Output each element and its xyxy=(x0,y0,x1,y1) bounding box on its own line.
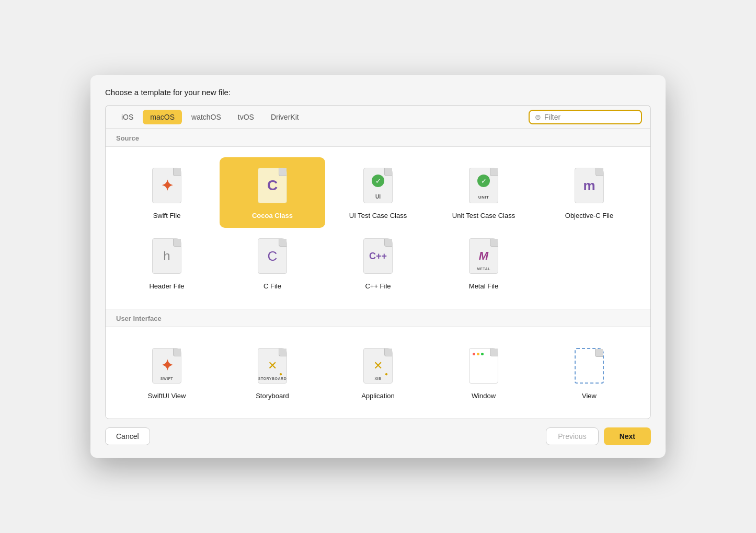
item-storyboard[interactable]: ✕ ● STORYBOARD Storyboard xyxy=(220,338,325,408)
filter-icon: ⊜ xyxy=(535,113,541,121)
filter-input[interactable] xyxy=(544,113,636,121)
cancel-button[interactable]: Cancel xyxy=(105,427,150,445)
c-file-icon: C xyxy=(255,235,290,277)
application-icon: ✕ ● XIB xyxy=(360,345,396,387)
content-area: Source ✦ Swift File C Cocoa Class xyxy=(105,129,651,419)
unit-test-label: Unit Test Case Class xyxy=(452,212,515,221)
objc-label: Objective-C File xyxy=(565,212,613,221)
item-unit-test-case[interactable]: ✓ UNIT Unit Test Case Class xyxy=(431,157,536,228)
section-header-ui: User Interface xyxy=(106,309,650,327)
tab-ios[interactable]: iOS xyxy=(114,110,141,124)
item-c-file[interactable]: C C File xyxy=(220,228,325,298)
item-cpp-file[interactable]: C++ C++ File xyxy=(325,228,431,298)
previous-button[interactable]: Previous xyxy=(546,427,598,445)
cpp-label: C++ File xyxy=(365,282,391,291)
tabs: iOS macOS watchOS tvOS DriverKit xyxy=(114,110,524,124)
swift-file-icon: ✦ xyxy=(149,165,185,206)
swiftui-label: SwiftUI View xyxy=(148,392,186,401)
item-swift-file[interactable]: ✦ Swift File xyxy=(114,157,220,228)
cocoa-class-label: Cocoa Class xyxy=(252,212,293,221)
item-application[interactable]: ✕ ● XIB Application xyxy=(325,338,431,408)
tab-watchos[interactable]: watchOS xyxy=(184,110,228,124)
next-button[interactable]: Next xyxy=(604,427,651,445)
section-header-source: Source xyxy=(106,129,650,147)
source-grid: ✦ Swift File C Cocoa Class ✓ xyxy=(106,147,650,309)
storyboard-label: Storyboard xyxy=(256,392,289,401)
dialog-title: Choose a template for your new file: xyxy=(105,88,651,97)
cpp-icon: C++ xyxy=(360,235,396,277)
swiftui-icon: ✦ SWIFT xyxy=(149,345,185,387)
cocoa-class-icon: C xyxy=(255,165,290,206)
ui-test-icon: ✓ UI xyxy=(360,165,396,206)
ui-test-label: UI Test Case Class xyxy=(349,212,407,221)
view-label: View xyxy=(582,392,597,401)
window-icon xyxy=(466,345,501,387)
view-icon xyxy=(571,345,607,387)
ui-grid: ✦ SWIFT SwiftUI View ✕ ● STORYBOARD Stor… xyxy=(106,327,650,419)
tab-driverkit[interactable]: DriverKit xyxy=(264,110,306,124)
filter-box: ⊜ xyxy=(529,110,642,124)
application-label: Application xyxy=(361,392,395,401)
header-label: Header File xyxy=(149,282,184,291)
toolbar: iOS macOS watchOS tvOS DriverKit ⊜ xyxy=(105,105,651,129)
window-label: Window xyxy=(472,392,496,401)
metal-label: Metal File xyxy=(469,282,498,291)
item-swiftui-view[interactable]: ✦ SWIFT SwiftUI View xyxy=(114,338,220,408)
item-ui-test-case[interactable]: ✓ UI UI Test Case Class xyxy=(325,157,431,228)
dialog: Choose a template for your new file: iOS… xyxy=(90,75,666,458)
item-objc-file[interactable]: m Objective-C File xyxy=(536,157,642,228)
metal-icon: M METAL xyxy=(466,235,501,277)
storyboard-icon: ✕ ● STORYBOARD xyxy=(255,345,290,387)
item-metal-file[interactable]: M METAL Metal File xyxy=(431,228,536,298)
c-file-label: C File xyxy=(264,282,281,291)
footer-right: Previous Next xyxy=(546,427,651,445)
swift-file-label: Swift File xyxy=(153,212,181,221)
tab-tvos[interactable]: tvOS xyxy=(231,110,261,124)
item-window[interactable]: Window xyxy=(431,338,536,408)
unit-test-icon: ✓ UNIT xyxy=(466,165,501,206)
header-icon: h xyxy=(149,235,185,277)
objc-icon: m xyxy=(571,165,607,206)
item-header-file[interactable]: h Header File xyxy=(114,228,220,298)
tab-macos[interactable]: macOS xyxy=(143,110,182,124)
footer: Cancel Previous Next xyxy=(105,419,651,447)
item-cocoa-class[interactable]: C Cocoa Class xyxy=(220,157,325,228)
item-view[interactable]: View xyxy=(536,338,642,408)
